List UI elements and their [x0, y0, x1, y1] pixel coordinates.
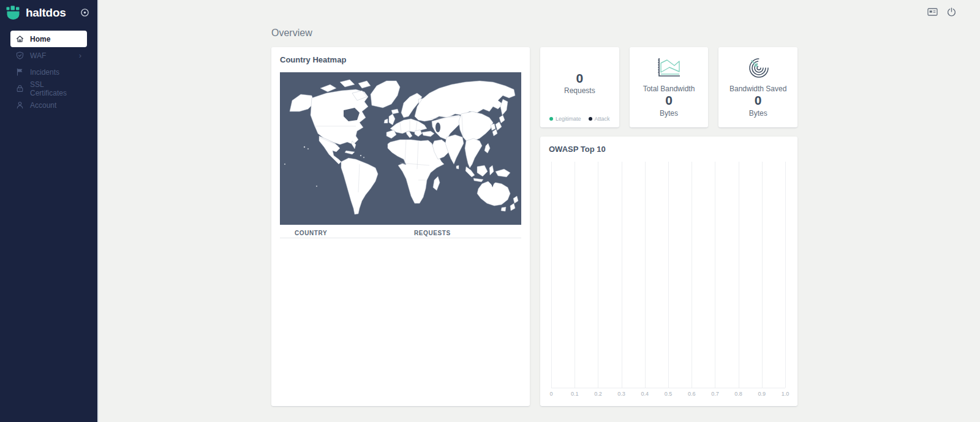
owasp-gridline — [575, 162, 575, 388]
requests-legend: Legitimate Attack — [540, 116, 619, 122]
requests-value: 0 — [576, 71, 583, 85]
flag-icon — [16, 68, 24, 76]
owasp-gridline — [668, 162, 669, 388]
owasp-title: OWASP Top 10 — [549, 145, 789, 154]
owasp-gridline — [715, 162, 715, 388]
sidebar-item-account[interactable]: Account — [10, 97, 87, 113]
legend-item-legitimate: Legitimate — [549, 116, 581, 122]
owasp-axis-tick: 0.9 — [758, 391, 766, 397]
total-bandwidth-title: Total Bandwidth — [643, 85, 695, 93]
attack-dot-icon — [589, 117, 592, 121]
owasp-gridline — [622, 162, 622, 388]
country-heatmap-card: Country Heatmap — [271, 47, 530, 406]
owasp-axis-tick: 0.8 — [734, 391, 742, 397]
owasp-axis-tick: 0.7 — [711, 391, 719, 397]
area-chart-icon — [656, 57, 682, 79]
owasp-chart-axis: 00.10.20.30.40.50.60.70.80.91.0 — [551, 388, 785, 398]
app-name: haltdos — [26, 6, 66, 20]
country-heatmap-title: Country Heatmap — [280, 55, 521, 64]
owasp-gridline — [762, 162, 763, 388]
sidebar-nav: Home WAF › Incidents SSL Certificates — [10, 31, 87, 113]
world-map — [280, 72, 521, 225]
owasp-gridline — [598, 162, 598, 388]
total-bandwidth-unit: Bytes — [660, 109, 678, 118]
spiral-radar-icon — [745, 57, 771, 79]
page-title: Overview — [271, 28, 797, 39]
column-header-requests: REQUESTS — [414, 230, 521, 236]
logo-row: haltdos — [0, 0, 97, 24]
owasp-gridline — [645, 162, 646, 388]
owasp-gridline — [739, 162, 739, 388]
haltdos-logo-icon — [6, 6, 21, 20]
home-icon — [16, 35, 24, 43]
bandwidth-saved-value: 0 — [755, 93, 762, 107]
owasp-axis-tick: 0.1 — [571, 391, 579, 397]
sidebar-item-home[interactable]: Home — [10, 31, 87, 47]
owasp-gridline — [692, 162, 692, 388]
column-header-country: COUNTRY — [280, 230, 414, 236]
total-bandwidth-value: 0 — [665, 93, 673, 107]
main-content: Overview Country Heatmap — [100, 0, 980, 422]
total-bandwidth-card: Total Bandwidth 0 Bytes — [630, 47, 709, 127]
sidebar-item-label: Account — [30, 101, 56, 110]
legend-label: Attack — [595, 116, 610, 122]
user-icon — [16, 101, 24, 109]
shield-check-icon — [16, 51, 24, 59]
bandwidth-saved-title: Bandwidth Saved — [729, 85, 786, 93]
requests-stat-card: 0 Requests Legitimate Attack — [540, 47, 619, 127]
heatmap-table-header: COUNTRY REQUESTS — [280, 228, 521, 238]
owasp-gridline — [551, 162, 552, 388]
legitimate-dot-icon — [549, 117, 553, 121]
owasp-axis-tick: 0 — [549, 391, 552, 397]
bandwidth-saved-card: Bandwidth Saved 0 Bytes — [718, 47, 797, 127]
owasp-chart-grid — [551, 162, 785, 388]
owasp-axis-tick: 0.3 — [617, 391, 625, 397]
owasp-axis-tick: 0.6 — [688, 391, 696, 397]
owasp-axis-tick: 0.4 — [641, 391, 649, 397]
sidebar-item-label: Incidents — [30, 68, 59, 77]
sidebar-item-label: WAF — [30, 51, 46, 60]
sidebar-item-waf[interactable]: WAF › — [10, 47, 87, 64]
legend-item-attack: Attack — [589, 116, 610, 122]
sidebar-item-incidents[interactable]: Incidents — [10, 64, 87, 80]
settings-gear-icon[interactable] — [80, 8, 89, 17]
requests-label: Requests — [564, 86, 595, 95]
lock-icon — [16, 85, 24, 92]
sidebar-item-label: SSL Certificates — [30, 80, 81, 97]
owasp-gridline — [785, 162, 786, 388]
sidebar: haltdos Home WAF › — [0, 0, 99, 422]
sidebar-item-label: Home — [30, 35, 50, 43]
owasp-axis-tick: 0.2 — [594, 391, 602, 397]
chevron-right-icon: › — [79, 51, 81, 59]
owasp-axis-tick: 0.5 — [665, 391, 673, 397]
legend-label: Legitimate — [556, 116, 581, 122]
owasp-top10-card: OWASP Top 10 00.10.20.30.40.50.60.70.80.… — [540, 137, 797, 406]
bandwidth-saved-unit: Bytes — [749, 109, 767, 118]
owasp-axis-tick: 1.0 — [782, 391, 790, 397]
sidebar-item-ssl-certificates[interactable]: SSL Certificates — [10, 80, 87, 97]
